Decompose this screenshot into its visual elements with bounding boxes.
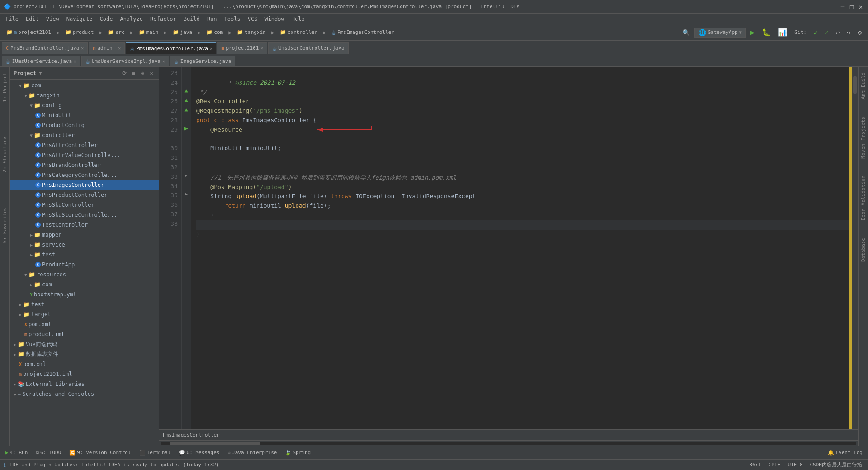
horizontal-scrollbar[interactable] [159,440,858,446]
event-log-button[interactable]: 🔔 Event Log [824,447,866,458]
tab-admin[interactable]: m admin ✕ [89,42,125,54]
menu-view[interactable]: View [42,15,63,23]
minimize-button[interactable]: ─ [839,3,846,10]
tree-pmsCategory[interactable]: C PmsCategoryControlle... [10,170,159,180]
messages-tab[interactable]: 💬 0: Messages [175,447,223,458]
todo-tab[interactable]: ☑ 6: TODO [32,447,65,458]
menu-navigate[interactable]: Navigate [63,15,96,23]
h-scrollbar-thumb[interactable] [170,442,260,445]
tab-umsimpl-close[interactable]: ✕ [162,59,165,64]
menu-help[interactable]: Help [288,15,308,23]
tab-pmsbrand[interactable]: C PmsBrandController.java ✕ [2,42,88,54]
tree-service-folder[interactable]: ▶ 📁 service [10,240,159,250]
ant-build-label[interactable]: Ant Build [859,69,867,103]
gutter-35[interactable]: ▶ [182,189,191,199]
tree-resources-folder[interactable]: ▼ 📁 resources [10,270,159,280]
tree-minioUtil[interactable]: C MinioUtil [10,110,159,120]
tab-pmsimages-close[interactable]: ✕ [210,46,212,51]
menu-analyze[interactable]: Analyze [116,15,146,23]
gutter-29[interactable]: ▶ [182,123,191,133]
tree-controller-folder[interactable]: ▼ 📁 controller [10,130,159,140]
tree-pmsImages[interactable]: C PmsImagesController [10,180,159,190]
menu-window[interactable]: Window [261,15,288,23]
tree-scratches[interactable]: ▶ ✏ Scratches and Consoles [10,389,159,399]
gutter-27[interactable]: ▲ [182,104,191,114]
scrollbar-thumb[interactable] [853,76,857,94]
tree-pmsAttrValue[interactable]: C PmsAttrValueControlle... [10,150,159,160]
spring-tab[interactable]: 🍃 Spring [281,447,314,458]
gutter-arrow-29[interactable]: ▶ [184,124,188,132]
vc-tab[interactable]: 🔀 9: Version Control [66,447,134,458]
impl-arrow-25[interactable]: ▲ [184,87,188,94]
run-button[interactable]: ▶ [748,27,758,38]
tab-umsuser[interactable]: ☕ UmsUserController.java [268,42,348,54]
tree-pom-product[interactable]: X pom.xml [10,319,159,329]
tab-imageservice[interactable]: ☕ ImageService.java [170,56,235,66]
toolbar-src[interactable]: 📁 src [105,28,127,36]
status-crlf[interactable]: CRLF [766,462,783,468]
fold-arrow-33[interactable]: ▶ [185,173,188,178]
database-label[interactable]: Database [859,234,867,266]
tab-project-close[interactable]: ✕ [260,46,263,51]
tree-pom-root[interactable]: X pom.xml [10,359,159,369]
menu-run[interactable]: Run [203,15,221,23]
editor-scrollbar[interactable] [852,67,858,429]
debug-button[interactable]: 🐛 [759,27,774,38]
tab-iumsuser[interactable]: ☕ IUmsUserService.java ✕ [2,56,80,66]
run-tab[interactable]: ▶ 4: Run [2,447,31,458]
tree-vue-folder[interactable]: ▶ 📁 Vue前端代码 [10,339,159,349]
run-config-selector[interactable]: 🌐 GatewayApp ▼ [694,28,745,38]
search-everywhere-button[interactable]: 🔍 [679,28,693,37]
tree-pmsAttr[interactable]: C PmsAttrController [10,140,159,150]
menu-vcs[interactable]: VCS [244,15,261,23]
tree-pmsBrand[interactable]: C PmsBrandController [10,160,159,170]
status-encoding[interactable]: UTF-8 [785,462,805,468]
tree-product-iml[interactable]: m product.iml [10,329,159,339]
tab-pmsbrand-close[interactable]: ✕ [81,46,84,51]
favorites-panel-label[interactable]: 5: Favorites [1,204,9,247]
settings-button[interactable]: ⚙ [855,28,864,37]
tab-iumsuser-close[interactable]: ✕ [74,59,76,64]
tree-test-folder[interactable]: ▶ 📁 test [10,250,159,260]
project-panel-label[interactable]: 1: Project [1,69,9,106]
tree-resources-com[interactable]: ▶ 📁 com [10,280,159,290]
maven-projects-label[interactable]: Maven Projects [859,113,867,162]
menu-edit[interactable]: Edit [22,15,42,23]
tree-db-folder[interactable]: ▶ 📁 数据库表文件 [10,349,159,359]
tree-productConfig[interactable]: C ProductConfig [10,120,159,130]
vcs-update-button[interactable]: ✔ [811,28,820,37]
tree-project-iml[interactable]: m project2101.iml [10,369,159,379]
toolbar-java[interactable]: 📁 java [170,28,195,36]
close-button[interactable]: ✕ [857,3,864,10]
gutter-33[interactable]: ▶ [182,171,191,180]
redo-button[interactable]: ↪ [844,28,853,37]
toolbar-controller[interactable]: 📁 controller [277,28,320,36]
fold-arrow-35[interactable]: ▶ [185,191,188,196]
tree-pmsProduct[interactable]: C PmsProductController [10,190,159,200]
menu-file[interactable]: File [2,15,22,23]
sidebar-settings-button[interactable]: ⚙ [139,70,146,77]
sidebar-sync-button[interactable]: ⟳ [121,70,128,77]
menu-code[interactable]: Code [96,15,117,23]
code-editor[interactable]: 23 24 25 26 27 28 29 30 31 32 33 34 35 3… [159,67,858,429]
tree-com-folder[interactable]: ▼ 📁 com [10,81,159,90]
sidebar-dropdown-arrow[interactable]: ▼ [39,71,42,76]
toolbar-pmsimages[interactable]: ☕ PmsImagesController [329,27,396,38]
toolbar-tangxin[interactable]: 📁 tangxin [234,28,268,36]
toolbar-product[interactable]: 📁 product [62,28,96,36]
vcs-checkmark-button[interactable]: ✓ [822,28,831,37]
sidebar-collapse-button[interactable]: ≡ [130,70,137,77]
java-enterprise-tab[interactable]: ☕ Java Enterprise [224,447,280,458]
tree-productApp[interactable]: C ProductApp [10,260,159,270]
gutter-26[interactable]: ▲ [182,95,191,104]
tab-pmsimages[interactable]: ☕ PmsImagesController.java ✕ [126,42,216,54]
gutter-25[interactable]: ▲ [182,86,191,95]
menu-build[interactable]: Build [180,15,203,23]
tab-admin-close[interactable]: ✕ [118,46,121,51]
tree-target[interactable]: ▶ 📁 target [10,309,159,319]
undo-button[interactable]: ↩ [833,28,842,37]
toolbar-com[interactable]: 📁 com [203,28,226,36]
tree-pmsSkuStore[interactable]: C PmsSkuStoreControlle... [10,210,159,220]
tree-pmsSku[interactable]: C PmsSkuController [10,200,159,210]
profile-button[interactable]: 📊 [775,27,790,38]
